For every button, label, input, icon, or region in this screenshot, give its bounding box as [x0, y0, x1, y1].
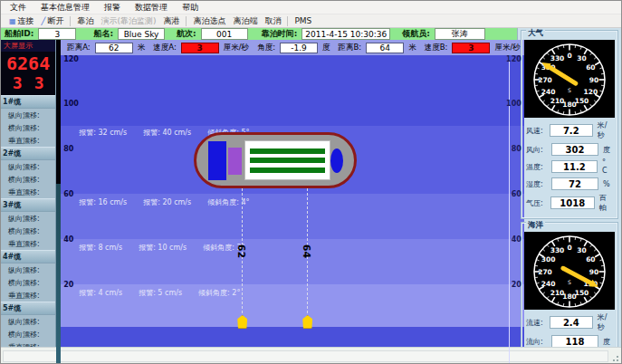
menu-alarm[interactable]: 报警	[104, 2, 120, 14]
svg-text:90: 90	[589, 76, 598, 84]
distance-a-unit: 米	[138, 43, 146, 53]
distance-line-a-label: 62	[235, 244, 247, 258]
distance-b-value[interactable]: 64	[366, 43, 404, 53]
cable-group-header: 5#缆	[1, 302, 55, 315]
menu-help[interactable]: 帮助	[182, 2, 198, 14]
drift-vertical-label: 垂直漂移:	[1, 134, 55, 147]
display-speed-b: 3	[34, 75, 44, 91]
distance-a-value[interactable]: 62	[95, 43, 133, 53]
pressure-row: 气压: 1018 百帕	[526, 193, 613, 213]
svg-text:150: 150	[575, 289, 589, 297]
ship-id-field[interactable]: 3	[38, 28, 76, 40]
display-distance-a: 62	[6, 54, 28, 72]
connect-button[interactable]: ▦ 连接	[5, 15, 38, 27]
environment-sidebar: 大气 0306090120150180210240270300330S 风速: …	[517, 28, 621, 347]
ship-id-label: 船舶ID:	[5, 28, 33, 40]
current-direction-value[interactable]: 118	[551, 335, 598, 348]
temperature-value[interactable]: 11.2	[551, 160, 598, 173]
big-display-panel: 大屏显示 62 64 3 3	[1, 40, 55, 95]
current-speed-row: 流速: 2.4 米/秒	[526, 312, 613, 332]
current-speed-value[interactable]: 2.4	[550, 316, 593, 329]
svg-text:330: 330	[550, 54, 565, 62]
svg-text:270: 270	[538, 268, 552, 276]
y-tick-label: 60	[512, 190, 522, 198]
drift-lateral-label: 横向漂移:	[1, 121, 55, 134]
svg-text:210: 210	[550, 289, 565, 297]
current-direction-row: 流向: 118 度	[526, 335, 613, 348]
current-direction-gauge: 0306090120150180210240270300330S	[524, 232, 615, 310]
svg-text:240: 240	[541, 88, 556, 96]
ship-name-field[interactable]: Blue Sky	[118, 28, 165, 40]
angle-unit: 度	[322, 43, 330, 53]
ocean-group-title: 海洋	[526, 221, 545, 229]
svg-text:240: 240	[541, 280, 556, 288]
humidity-value[interactable]: 72	[551, 177, 598, 190]
pressure-value[interactable]: 1018	[550, 196, 595, 209]
temperature-row: 温度: 11.2 ° C	[526, 158, 613, 175]
cable-group-header: 4#缆	[1, 250, 55, 263]
distance-a-label: 距离A:	[67, 43, 91, 53]
berth-time-field[interactable]: 2011-4-15 10:30:36	[301, 28, 390, 40]
angle-value[interactable]: -1.9	[280, 43, 318, 53]
menu-data[interactable]: 数据管理	[135, 2, 167, 14]
distance-b-label: 距离B:	[339, 43, 362, 53]
wind-gauge-box: 0306090120150180210240270300330S	[524, 40, 615, 118]
drift-lateral-label: 横向漂移:	[1, 225, 55, 237]
drift-longitudinal-label: 纵向漂移:	[1, 212, 55, 225]
drift-longitudinal-label: 纵向漂移:	[1, 263, 55, 276]
svg-text:180: 180	[562, 101, 577, 109]
distance-line-b-label: 64	[301, 244, 312, 258]
menu-basic-info[interactable]: 基本信息管理	[41, 2, 90, 14]
unberth-point-button[interactable]: 离泊选点	[189, 15, 229, 27]
big-display-title: 大屏显示	[1, 40, 55, 52]
svg-text:270: 270	[538, 76, 552, 84]
display-distance-b: 64	[28, 54, 50, 72]
pms-button[interactable]: PMS	[291, 16, 315, 25]
drift-lateral-label: 横向漂移:	[1, 276, 55, 289]
menubar: 文件 基本信息管理 报警 数据管理 帮助	[1, 1, 621, 14]
cable-group-3: 3#缆 纵向漂移: 横向漂移: 垂直漂移:	[1, 198, 55, 250]
pilot-field[interactable]: 张涛	[435, 28, 485, 40]
y-tick-label: 40	[512, 235, 522, 244]
left-axis-strip	[56, 40, 61, 364]
y-tick-label: 100	[506, 100, 522, 108]
status-bar	[1, 347, 621, 364]
svg-text:30: 30	[577, 246, 586, 254]
y-tick-label: 40	[63, 235, 73, 244]
alarm-band-labels: 报警: 4 cm/s报警: 5 cm/s倾斜角度: 2°	[79, 288, 240, 298]
distance-b-unit: 米	[408, 43, 416, 53]
drift-vertical-label: 垂直漂移:	[1, 237, 55, 250]
cable-group-2: 2#缆 纵向漂移: 横向漂移: 垂直漂移:	[1, 147, 55, 198]
y-tick-label: 20	[63, 281, 73, 289]
y-tick-label: 120	[63, 55, 79, 63]
menu-file[interactable]: 文件	[10, 2, 26, 14]
speed-b-value[interactable]: 3	[452, 43, 490, 53]
cancel-button[interactable]: 取消	[261, 15, 284, 27]
weather-group: 大气 0306090120150180210240270300330S 风速: …	[521, 30, 618, 219]
wind-direction-value[interactable]: 302	[551, 143, 598, 156]
demo-berthing-button[interactable]: 演示(靠泊监测)	[97, 15, 159, 27]
toolbar-separator	[70, 16, 71, 26]
unberth-end-button[interactable]: 离泊端	[229, 15, 261, 27]
berthing-button[interactable]: 靠泊	[73, 15, 97, 27]
toolbar-separator	[186, 16, 187, 26]
speed-a-value[interactable]: 3	[181, 43, 219, 53]
svg-text:S: S	[568, 87, 571, 93]
svg-text:60: 60	[586, 63, 595, 72]
resize-grip[interactable]	[610, 353, 619, 362]
stern-block	[208, 141, 226, 180]
voyage-field[interactable]: 001	[201, 28, 248, 40]
weather-group-title: 大气	[526, 29, 545, 37]
wind-speed-value[interactable]: 7.2	[550, 124, 593, 137]
cargo-stripe	[250, 168, 325, 173]
connect-icon: ▦	[9, 17, 16, 25]
svg-text:S: S	[568, 279, 571, 285]
svg-text:30: 30	[577, 54, 586, 62]
y-tick-label: 20	[512, 281, 522, 289]
svg-text:120: 120	[584, 88, 598, 96]
ship-hull[interactable]	[194, 132, 357, 188]
svg-text:330: 330	[550, 246, 565, 254]
departure-button[interactable]: 离港	[159, 15, 183, 27]
disconnect-button[interactable]: ╱ 断开	[38, 15, 68, 27]
angle-label: 角度:	[257, 43, 275, 53]
